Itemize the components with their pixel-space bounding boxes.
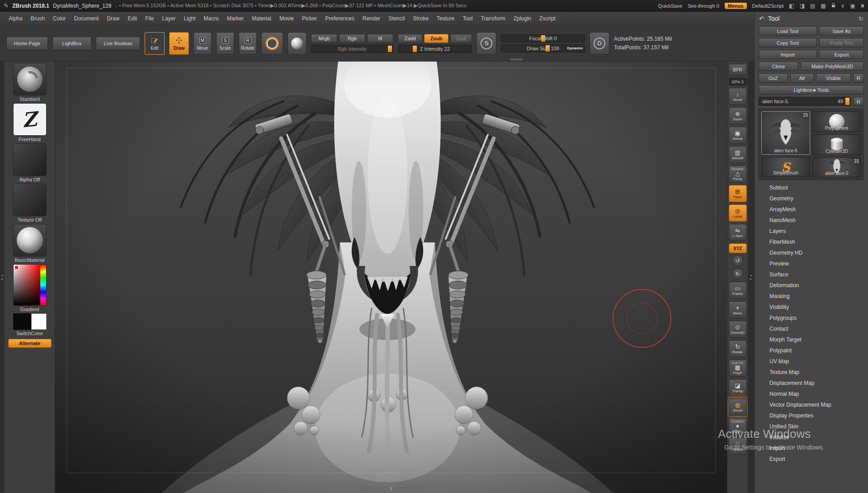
scroll-button[interactable]: ↕Scroll [729,88,747,105]
viewport-canvas[interactable]: ▲▼ [55,62,727,493]
rotate-mode-button[interactable]: R Rotate [239,32,257,55]
palette-undock-icon[interactable]: ↶ [759,15,764,22]
section-fibermesh[interactable]: FiberMesh [759,237,864,247]
goz-r-button[interactable]: R [853,73,864,83]
section-layers[interactable]: Layers [759,226,864,237]
save-as-button[interactable]: Save As [819,26,864,36]
quicksave-button[interactable]: QuickSave [658,3,682,9]
tool-thumb-alien-face-5[interactable]: 15 alien face-5 [761,111,810,155]
aahalf-button[interactable]: ▥AAHalf [729,146,747,163]
z-intensity-slider[interactable]: Z Intensity 22 [398,45,472,53]
xyz-button[interactable]: XYZ [729,243,747,253]
current-texture-selector[interactable]: Texture Off [5,184,55,223]
spix-slider[interactable]: SPix 3 [729,78,747,85]
section-masking[interactable]: Masking [759,291,864,302]
sculptris-pro-button[interactable]: S [476,32,496,55]
alternate-button[interactable]: Alternate [8,339,52,348]
menu-zplugin[interactable]: Zplugin [509,15,535,22]
solo-button[interactable]: Dynamic●Solo [729,418,747,435]
tray-right-icon[interactable]: ◨ [800,3,805,9]
menu-stroke[interactable]: Stroke [409,15,433,22]
saturation-value-area[interactable] [14,265,40,305]
menu-movie[interactable]: Movie [275,15,298,22]
menu-transform[interactable]: Transform [476,15,509,22]
load-tool-button[interactable]: Load Tool [759,26,817,36]
goz-button[interactable]: GoZ [759,73,788,83]
section-import[interactable]: Import [759,443,864,454]
goz-all-button[interactable]: All [790,73,814,83]
clone-button[interactable]: Clone [759,62,798,71]
color-picker[interactable]: Gradient [5,264,55,312]
menu-zscript[interactable]: Zscript [535,15,560,22]
import-tool-button[interactable]: Import [759,50,817,59]
menu-light[interactable]: Light [180,15,200,22]
rotate-3d-button[interactable]: ↻Rotate [729,340,747,357]
menus-toggle-button[interactable]: Menus [725,3,747,9]
lightbox-button[interactable]: LightBox [52,37,91,50]
section-arraymesh[interactable]: ArrayMesh [759,204,864,215]
canvas-scrollbar[interactable]: ▲▼ [360,486,423,491]
section-nanomesh[interactable]: NanoMesh [759,215,864,226]
section-unified-skin[interactable]: Unified Skin [759,421,864,432]
menu-macro[interactable]: Macro [200,15,223,22]
xpose-button[interactable]: ∷Xpose [729,437,747,455]
current-material-selector[interactable]: BasicMaterial [5,224,55,263]
active-tool-slider[interactable]: alien face-5. 49 [759,97,851,106]
scrollbar-left-segment[interactable] [360,487,386,490]
mrgb-button[interactable]: Mrgb [311,34,337,43]
menu-color[interactable]: Color [49,15,70,22]
live-boolean-button[interactable]: Live Boolean [96,37,140,50]
current-brush-button[interactable] [261,32,283,55]
tool-thumb-polysphere[interactable]: PolySphere [812,111,861,132]
draw-size-slider[interactable]: Draw Size 108 Dynamic [501,44,585,52]
menu-material[interactable]: Material [248,15,275,22]
switch-color-control[interactable]: SwitchColor [5,313,55,336]
palette-reset-icon[interactable]: ↻ [859,15,863,22]
local-symmetry-button[interactable]: ⇋L.Sym [729,224,747,241]
menu-alpha[interactable]: Alpha [5,15,27,22]
draw-mode-button[interactable]: Draw [169,32,189,55]
section-deformation[interactable]: Deformation [759,280,864,291]
maximize-icon[interactable]: ▣ [850,3,855,9]
hue-strip[interactable] [40,265,46,305]
layout-alt-icon[interactable]: ▦ [821,3,826,9]
left-tray-divider[interactable]: ◄► [0,62,5,493]
section-geometry[interactable]: Geometry [759,193,864,204]
rgb-intensity-slider[interactable]: Rgb Intensity [311,45,393,53]
zsub-button[interactable]: Zsub [424,34,448,43]
section-preview[interactable]: Preview [759,258,864,269]
section-export[interactable]: Export [759,454,864,465]
section-surface[interactable]: Surface [759,269,864,280]
polyframe-button[interactable]: Line Fill▦PolyF [729,360,747,377]
menu-file[interactable]: File [141,15,158,22]
goz-visible-button[interactable]: Visible [816,73,851,83]
secondary-color-swatch[interactable] [31,313,47,330]
close-icon[interactable]: × [861,2,864,9]
floor-grid-button[interactable]: ⊞Floor [729,185,747,202]
tool-thumb-cylinder3d[interactable]: Cylinder3D [812,134,861,155]
section-polypaint[interactable]: Polypaint [759,345,864,356]
scroll-arrows-icon[interactable]: ▲▼ [390,486,393,491]
rgb-button[interactable]: Rgb [339,34,365,43]
section-displacement-map[interactable]: Displacement Map [759,378,864,389]
section-polygroups[interactable]: Polygroups [759,313,864,323]
ghost-button[interactable]: ◍Ghost [729,398,747,416]
menu-brush[interactable]: Brush [27,15,49,22]
default-zscript-button[interactable]: DefaultZScript [752,3,784,9]
section-texture-map[interactable]: Texture Map [759,367,864,378]
move-mode-button[interactable]: M Move [193,32,212,55]
section-uv-map[interactable]: UV Map [759,356,864,367]
rotate-cw-icon[interactable]: ↻ [732,269,743,280]
lock-icon[interactable] [831,3,835,9]
menu-stencil[interactable]: Stencil [384,15,409,22]
tool-thumb-alien-face-5-small[interactable]: 15 alien face-5 [812,157,861,177]
tool-r-button[interactable]: R [853,97,864,106]
layout-icon[interactable]: ▤ [810,3,815,9]
export-tool-button[interactable]: Export [819,50,864,59]
section-visibility[interactable]: Visibility [759,302,864,313]
local-transform-button[interactable]: ◎Local [729,204,747,222]
menu-texture[interactable]: Texture [433,15,458,22]
shelf-grip-handle[interactable] [510,58,523,61]
tool-thumb-simplebrush[interactable]: S SimpleBrush [761,157,810,177]
section-geometry-hd[interactable]: Geometry HD [759,247,864,258]
